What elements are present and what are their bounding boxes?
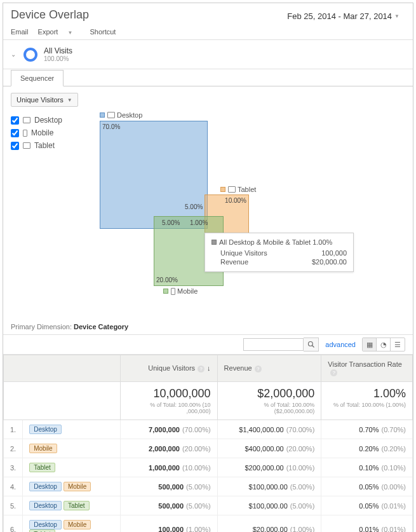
table-row: 4.DesktopMobile500,000(5.00%)$100,000.00… — [4, 477, 413, 496]
row-index: 2. — [4, 439, 23, 458]
device-badge: Tablet — [64, 501, 90, 510]
legend-tablet[interactable]: Tablet — [11, 141, 87, 150]
view-pie-button[interactable]: ◔ — [377, 338, 391, 351]
legend-desktop[interactable]: Desktop — [11, 116, 87, 125]
action-toolbar: Email Export ▼ Shortcut — [3, 24, 413, 40]
tablet-box-label: Tablet — [220, 186, 256, 193]
tooltip-rev-value: $20,000.00 — [312, 258, 347, 266]
tablet-icon — [228, 186, 236, 193]
square-icon — [100, 113, 105, 118]
venn-diagram: Desktop Tablet 70.0% 10.00% 20.00% 5.00%… — [87, 113, 405, 291]
col-transaction-rate[interactable]: Visitor Transaction Rate? — [321, 355, 413, 382]
legend-mobile[interactable]: Mobile — [11, 128, 87, 137]
row-index: 6. — [4, 515, 23, 533]
row-index: 1. — [4, 420, 23, 439]
tooltip-title: All Desktop & Mobile & Tablet 1.00% — [219, 238, 332, 246]
rate-cell: 0.10%(0.10%) — [321, 458, 413, 477]
category-cell[interactable]: Mobile — [23, 439, 121, 458]
square-icon — [211, 240, 217, 245]
table-row: 1.Desktop7,000,000(70.00%)$1,400,000.00(… — [4, 420, 413, 439]
category-cell[interactable]: Desktop — [23, 420, 121, 439]
overlap-all-pct: 1.00% — [190, 219, 208, 226]
visitors-cell: 100,000(1.00%) — [121, 515, 217, 533]
venn-box-desktop[interactable]: 70.0% — [100, 121, 208, 229]
desktop-icon — [23, 117, 30, 123]
shortcut-link[interactable]: Shortcut — [90, 28, 116, 36]
desktop-box-label: Desktop — [100, 111, 142, 119]
venn-tooltip: All Desktop & Mobile & Tablet 1.00% Uniq… — [205, 233, 354, 272]
legend-tablet-checkbox[interactable] — [11, 142, 19, 150]
primary-dimension: Primary Dimension: Device Category — [3, 310, 413, 334]
visitors-cell: 500,000(5.00%) — [121, 496, 217, 515]
table-row: 3.Tablet1,000,000(10.00%)$200,000.00(10.… — [4, 458, 413, 477]
tooltip-uv-value: 100,000 — [321, 249, 347, 257]
desktop-pct: 70.0% — [102, 123, 120, 130]
revenue-cell: $400,000.00(20.00%) — [217, 439, 321, 458]
segment-row: ⌄ All Visits 100.00% — [3, 40, 413, 69]
view-table-button[interactable]: ▦ — [363, 338, 377, 351]
desktop-icon — [107, 112, 115, 118]
segment-expand-button[interactable]: ⌄ — [11, 51, 23, 58]
revenue-cell: $200,000.00(10.00%) — [217, 458, 321, 477]
help-icon[interactable]: ? — [198, 365, 205, 372]
tab-sequencer[interactable]: Sequencer — [11, 70, 64, 86]
tooltip-rev-label: Revenue — [220, 258, 248, 266]
date-range-picker[interactable]: Feb 25, 2014 - Mar 27, 2014 ▼ — [281, 8, 405, 24]
sum-revenue: $2,000,000 — [257, 387, 314, 400]
rate-cell: 0.01%(0.01%) — [321, 515, 413, 533]
square-icon — [163, 289, 168, 294]
mobile-pct: 20.00% — [156, 276, 178, 283]
chevron-down-icon: ▼ — [394, 13, 399, 19]
search-icon — [307, 341, 315, 348]
category-cell[interactable]: Tablet — [23, 458, 121, 477]
revenue-cell: $100,000.00(5.00%) — [217, 496, 321, 515]
page-title: Device Overlap — [11, 8, 89, 22]
device-badge: Tablet — [29, 529, 55, 532]
device-badge: Desktop — [29, 520, 62, 529]
rate-cell: 0.05%(0.00%) — [321, 477, 413, 496]
email-link[interactable]: Email — [11, 28, 29, 36]
device-badge: Mobile — [64, 482, 91, 491]
category-cell[interactable]: DesktopMobileTablet — [23, 515, 121, 533]
sum-revenue-sub: % of Total: 100.00% ($2,000,000.00) — [224, 402, 315, 414]
sum-rate: 1.00% — [373, 387, 406, 400]
sum-visitors: 10,000,000 — [154, 387, 211, 400]
row-index: 4. — [4, 477, 23, 496]
row-index: 3. — [4, 458, 23, 477]
metric-dropdown[interactable]: Unique Visitors ▼ — [11, 93, 78, 107]
sum-visitors-sub: % of Total: 100.00% (10 ,000,000) — [127, 402, 210, 414]
search-input[interactable] — [243, 338, 304, 351]
device-badge: Mobile — [64, 520, 91, 529]
chevron-down-icon: ▼ — [67, 30, 72, 36]
row-index: 5. — [4, 496, 23, 515]
svg-point-0 — [308, 342, 312, 346]
help-icon[interactable]: ? — [330, 369, 337, 376]
rate-cell: 0.20%(0.20%) — [321, 439, 413, 458]
mobile-icon — [23, 130, 27, 137]
visitors-cell: 1,000,000(10.00%) — [121, 458, 217, 477]
legend-mobile-checkbox[interactable] — [11, 129, 19, 137]
help-icon[interactable]: ? — [255, 365, 262, 372]
data-table: Unique Visitors?↓ Revenue? Visitor Trans… — [3, 355, 413, 532]
export-dropdown[interactable]: Export ▼ — [38, 28, 81, 36]
sum-rate-sub: % of Total: 100.00% (1.00%) — [328, 402, 406, 408]
search-button[interactable] — [304, 338, 319, 351]
rate-cell: 0.70%(0.70%) — [321, 420, 413, 439]
category-cell[interactable]: DesktopTablet — [23, 496, 121, 515]
revenue-cell: $1,400,000.00(70.00%) — [217, 420, 321, 439]
col-unique-visitors[interactable]: Unique Visitors?↓ — [121, 355, 217, 382]
square-icon — [220, 187, 225, 192]
overlap-dt-t-pct: 5.00% — [185, 203, 203, 210]
view-list-button[interactable]: ☰ — [391, 338, 405, 351]
chevron-down-icon: ▼ — [67, 97, 72, 103]
device-legend: Desktop Mobile Tablet — [11, 113, 87, 291]
category-cell[interactable]: DesktopMobile — [23, 477, 121, 496]
advanced-link[interactable]: advanced — [325, 341, 356, 348]
col-revenue[interactable]: Revenue? — [217, 355, 321, 382]
rate-cell: 0.05%(0.01%) — [321, 496, 413, 515]
svg-line-1 — [312, 346, 314, 348]
device-badge: Desktop — [29, 501, 62, 510]
table-row: 2.Mobile2,000,000(20.00%)$400,000.00(20.… — [4, 439, 413, 458]
overlap-dt-m-pct: 5.00% — [162, 219, 180, 226]
legend-desktop-checkbox[interactable] — [11, 116, 19, 125]
